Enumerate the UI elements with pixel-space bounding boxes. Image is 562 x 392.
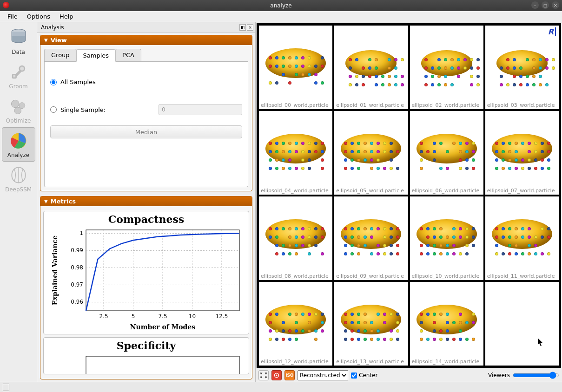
view-section-header[interactable]: View xyxy=(40,35,252,45)
tab-group[interactable]: Group xyxy=(44,49,77,61)
viewer-cell-caption: ellipsoid_00_world.particle xyxy=(259,101,332,109)
svg-text:0.99: 0.99 xyxy=(71,247,83,254)
iso-button[interactable]: ISO xyxy=(284,370,295,380)
svg-point-35 xyxy=(276,375,278,376)
ellipsoid-shape xyxy=(341,305,401,334)
left-toolbar: DataGroomOptimizeAnalyzeDeepSSM xyxy=(0,22,37,382)
viewer-cell-caption: ellipsoid_04_world.particle xyxy=(259,187,332,195)
analysis-panel-title: Analysis xyxy=(41,24,64,31)
window-maximize-button[interactable]: ◻ xyxy=(542,1,549,9)
viewer-cell-9[interactable]: ellipsoid_09_world.particle xyxy=(333,196,409,281)
menu-bar: File Options Help xyxy=(0,11,562,22)
ellipsoid-shape xyxy=(265,305,326,334)
svg-rect-2 xyxy=(13,75,16,78)
viewer-cell-15[interactable] xyxy=(484,281,560,366)
radio-all-samples[interactable] xyxy=(50,79,57,85)
toolbar-deepssm: DeepSSM xyxy=(2,162,35,196)
menu-options[interactable]: Options xyxy=(22,12,55,21)
status-bar xyxy=(0,382,562,392)
grid-collapse-button[interactable] xyxy=(258,370,269,380)
toolbar-analyze[interactable]: Analyze xyxy=(2,127,35,162)
specificity-plot-area: 0.4Number of Modes xyxy=(49,352,244,374)
viewer-cell-5[interactable]: ellipsoid_05_world.particle xyxy=(333,110,409,196)
tab-samples[interactable]: Samples xyxy=(76,49,116,62)
viewer-cell-caption: ellipsoid_12_world.particle xyxy=(259,358,332,366)
camera-icon xyxy=(273,372,280,379)
svg-rect-30 xyxy=(86,356,239,374)
svg-point-1 xyxy=(19,66,24,71)
radio-single-sample[interactable] xyxy=(50,106,57,113)
collapse-icon xyxy=(260,372,267,379)
toolbar-deepssm-label: DeepSSM xyxy=(5,186,32,193)
svg-text:2.5: 2.5 xyxy=(99,313,108,320)
svg-point-5 xyxy=(14,107,21,114)
ellipsoid-shape xyxy=(421,50,472,76)
window-minimize-button[interactable]: – xyxy=(531,1,539,9)
median-button[interactable]: Median xyxy=(50,125,242,138)
viewer-cell-caption: ellipsoid_05_world.particle xyxy=(334,187,408,195)
window-close-button[interactable]: × xyxy=(552,1,559,9)
view-mode-select[interactable]: Reconstructed xyxy=(298,370,348,380)
compactness-chart: Compactness 0.960.970.980.9912.557.51012… xyxy=(43,211,249,334)
ellipsoid-shape xyxy=(265,48,326,78)
metrics-section-title: Metrics xyxy=(51,198,76,205)
center-label-text: Center xyxy=(359,372,377,379)
panel-float-button[interactable]: ◧ xyxy=(239,24,246,31)
viewer-cell-10[interactable]: ellipsoid_10_world.particle xyxy=(409,196,484,281)
viewer-cell-7[interactable]: ellipsoid_07_world.particle xyxy=(484,110,560,196)
ellipsoid-shape xyxy=(265,219,326,249)
compactness-plot-area: 0.960.970.980.9912.557.51012.5Explained … xyxy=(49,225,244,332)
viewers-label: Viewers xyxy=(488,372,510,379)
center-checkbox-label[interactable]: Center xyxy=(351,372,377,379)
viewer-cell-caption: ellipsoid_13_world.particle xyxy=(334,358,408,366)
metrics-section-header[interactable]: Metrics xyxy=(40,196,252,206)
ellipsoid-shape xyxy=(345,50,397,76)
toolbar-data[interactable]: Data xyxy=(2,24,35,59)
ellipsoid-shape xyxy=(492,219,552,249)
svg-text:0.98: 0.98 xyxy=(71,264,83,271)
svg-text:10: 10 xyxy=(188,313,195,320)
viewer-cell-14[interactable]: ellipsoid_14_world.particle xyxy=(409,281,484,366)
window-titlebar: analyze – ◻ × xyxy=(0,0,562,11)
viewer-grid[interactable]: ellipsoid_00_world.particleellipsoid_01_… xyxy=(257,23,561,368)
svg-point-4 xyxy=(19,103,25,109)
menu-file[interactable]: File xyxy=(3,12,22,21)
viewer-cell-3[interactable]: ellipsoid_03_world.particleR xyxy=(484,25,560,110)
ellipsoid-shape xyxy=(341,219,401,249)
viewer-cell-2[interactable]: ellipsoid_02_world.particle xyxy=(409,25,484,110)
menu-help[interactable]: Help xyxy=(55,12,78,21)
ellipsoid-shape xyxy=(417,219,477,249)
single-sample-spinner xyxy=(159,104,242,115)
svg-text:Explained Variance: Explained Variance xyxy=(51,235,59,305)
viewer-cell-4[interactable]: ellipsoid_04_world.particle xyxy=(258,110,333,196)
ellipsoid-shape xyxy=(341,134,401,163)
ellipsoid-shape xyxy=(417,305,477,334)
viewer-cell-1[interactable]: ellipsoid_01_world.particle xyxy=(333,25,409,110)
document-icon xyxy=(3,384,9,391)
center-checkbox[interactable] xyxy=(351,372,357,379)
samples-tab-page: All Samples Single Sample: Median xyxy=(44,62,248,187)
toolbar-data-label: Data xyxy=(12,49,25,55)
viewer-cell-12[interactable]: ellipsoid_12_world.particle xyxy=(258,281,333,366)
viewer-area: ellipsoid_00_world.particleellipsoid_01_… xyxy=(256,22,562,382)
panel-close-button[interactable]: × xyxy=(247,24,253,31)
viewer-cell-11[interactable]: ellipsoid_11_world.particle xyxy=(484,196,560,281)
svg-text:Number of Modes: Number of Modes xyxy=(130,323,195,331)
viewers-slider[interactable] xyxy=(513,372,559,379)
mouse-cursor-icon xyxy=(537,338,544,347)
viewer-cell-8[interactable]: ellipsoid_08_world.particle xyxy=(258,196,333,281)
viewer-cell-6[interactable]: ellipsoid_06_world.particle xyxy=(409,110,484,196)
viewer-cell-caption: ellipsoid_03_world.particle xyxy=(485,101,559,109)
viewer-cell-0[interactable]: ellipsoid_00_world.particle xyxy=(258,25,333,110)
viewer-cell-caption: ellipsoid_09_world.particle xyxy=(334,272,408,280)
analysis-panel-header: Analysis ◧ × xyxy=(37,22,255,33)
viewer-cell-13[interactable]: ellipsoid_13_world.particle xyxy=(333,281,409,366)
tab-pca[interactable]: PCA xyxy=(115,49,141,61)
radio-all-samples-label: All Samples xyxy=(60,78,96,85)
view-tabs: Group Samples PCA xyxy=(44,49,248,62)
camera-button[interactable] xyxy=(271,370,282,380)
svg-text:12.5: 12.5 xyxy=(215,313,228,320)
ellipsoid-shape xyxy=(417,134,477,163)
svg-text:1: 1 xyxy=(79,230,83,236)
viewer-cell-caption: ellipsoid_14_world.particle xyxy=(410,358,483,366)
